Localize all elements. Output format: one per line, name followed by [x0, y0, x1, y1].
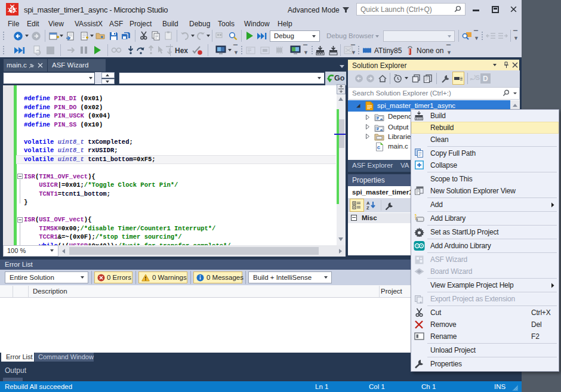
svg-text:Z: Z	[366, 205, 369, 210]
svg-text:c: c	[377, 144, 380, 150]
